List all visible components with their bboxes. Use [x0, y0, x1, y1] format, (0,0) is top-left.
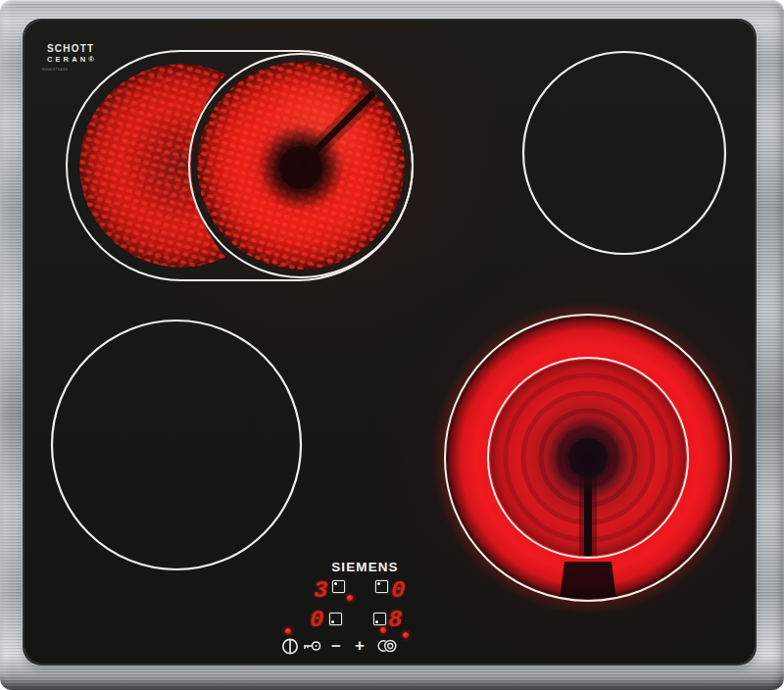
dual-zone-led: [380, 627, 386, 633]
brand-logo: SIEMENS: [265, 560, 466, 574]
zone-rear-left: [67, 51, 413, 280]
zone-indicator-square: [329, 613, 342, 625]
zone-position-dot-icon: [375, 620, 378, 623]
dual-zone-button[interactable]: [375, 635, 399, 657]
glass-surface: SCHOTT CERAN® 9000375433 SIEMENS 3 0 0 8: [24, 21, 755, 664]
schott-text: SCHOTT: [47, 44, 97, 54]
model-code-text: 9000375433: [42, 68, 97, 72]
zone-position-dot-icon: [334, 582, 337, 585]
power-level-digit: 8: [388, 609, 402, 632]
power-led: [285, 628, 291, 634]
power-level-digit: 0: [391, 579, 405, 603]
active-zone-led: [347, 595, 353, 601]
child-lock-button[interactable]: [300, 635, 323, 657]
zone-front-right: [431, 301, 745, 654]
power-level-digit: 3: [314, 579, 327, 603]
zone-indicator-square: [332, 580, 345, 593]
plus-button[interactable]: +: [348, 634, 371, 656]
power-icon: [280, 636, 300, 656]
minus-icon: −: [331, 638, 341, 655]
zone-indicator-square: [375, 580, 388, 593]
active-zone-led: [403, 632, 409, 638]
zone-position-dot-icon: [331, 620, 334, 623]
plus-icon: +: [355, 637, 365, 654]
zone-position-dot-icon: [377, 582, 380, 585]
key-icon: [300, 636, 323, 656]
cooktop-frame: SCHOTT CERAN® 9000375433 SIEMENS 3 0 0 8: [0, 0, 784, 690]
zone-indicator-square: [373, 613, 386, 625]
minus-button[interactable]: −: [324, 635, 348, 657]
power-level-digit: 0: [310, 609, 323, 632]
zone-front-left: [52, 320, 301, 569]
zone-rear-right: [523, 52, 725, 254]
main-coil-glow: [197, 62, 405, 270]
ceran-text: CERAN®: [47, 56, 97, 64]
power-button[interactable]: [278, 635, 302, 657]
dual-zone-icon: [375, 636, 399, 656]
schott-ceran-logo: SCHOTT CERAN® 9000375433: [47, 44, 97, 72]
